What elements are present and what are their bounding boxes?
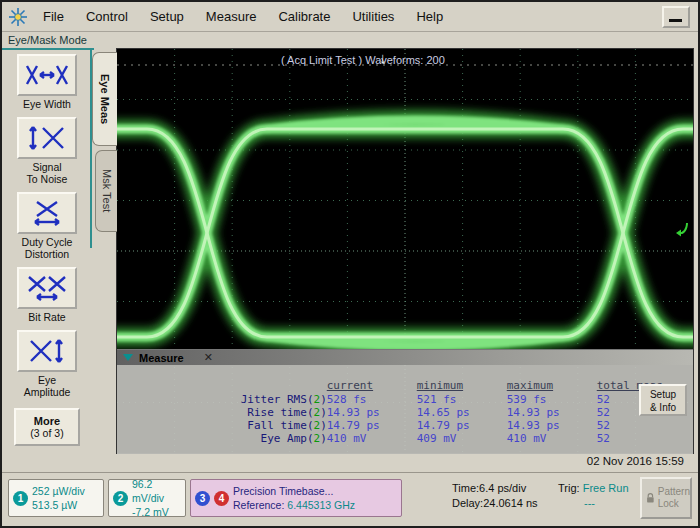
bit-rate-icon [25,275,69,301]
time-per-div: Time:6.4 ps/div [452,481,556,496]
measure-row-eye-amp: Eye Amp(2)410 mV409 mV410 mV52 [117,422,693,455]
channel-1-button[interactable]: 1 252 µW/div 513.5 µW [8,479,104,517]
sidebar: Eye Width Signal To Noise Duty Cycle Dis… [4,54,90,466]
menu-bar: File Control Setup Measure Calibrate Uti… [2,2,698,32]
menu-help[interactable]: Help [405,5,454,28]
ch1-offset: 513.5 µW [32,498,85,512]
scope-display: ( Acq Limit Test ) Waveforms: 200 ↓ Meas… [116,48,694,454]
channel-1-badge: 1 [13,491,28,506]
timebase-reference: Reference: 6.445313 GHz [233,498,355,512]
eye-amplitude-label: Eye Amplitude [24,374,71,398]
signal-to-noise-label: Signal To Noise [27,161,68,185]
trigger-block[interactable]: Trig: Free Run --- [558,481,636,512]
duty-cycle-distortion-label: Duty Cycle Distortion [22,236,73,260]
duty-cycle-distortion-icon [25,200,69,226]
green-loop-arrow-icon [674,221,690,239]
ch2-scale: 96.2 mV/div [132,477,181,505]
eye-width-label: Eye Width [23,98,71,110]
lock-icon [646,491,655,505]
menu-utilities[interactable]: Utilities [341,5,405,28]
menu-file[interactable]: File [32,5,75,28]
signal-to-noise-icon [25,125,69,151]
close-icon[interactable]: ✕ [204,351,213,364]
trig-mode: Free Run [583,482,629,494]
tab-msk-test[interactable]: Msk Test [95,150,117,232]
minimize-button[interactable] [662,6,690,28]
channel-3-badge: 3 [195,491,210,506]
pattern-lock-button[interactable]: Pattern Lock [640,477,692,519]
trig-label: Trig: [558,482,580,494]
divider [2,48,94,50]
delay-value: Delay:24.0614 ns [452,496,556,511]
timebase-scale-block[interactable]: Time:6.4 ps/div Delay:24.0614 ns [452,481,556,512]
mode-label: Eye/Mask Mode [8,34,87,46]
eye-amplitude-button[interactable] [17,330,77,372]
setup-info-button[interactable]: Setup & Info [639,384,687,416]
status-bar: 1 252 µW/div 513.5 µW 2 96.2 mV/div -7.2… [2,472,698,527]
acq-limit-status: ( Acq Limit Test ) Waveforms: 200 [281,54,445,66]
trig-value: --- [584,496,636,511]
channel-2-badge: 2 [113,491,128,506]
menu-control[interactable]: Control [75,5,139,28]
menu-calibrate[interactable]: Calibrate [267,5,341,28]
eye-width-button[interactable] [17,54,77,96]
bit-rate-label: Bit Rate [28,311,65,323]
eye-amplitude-icon [25,338,69,364]
starburst-icon [8,7,28,27]
ch2-offset: -7.2 mV [132,505,181,519]
more-page-indicator: (3 of 3) [30,427,63,439]
timebase-name: Precision Timebase... [233,484,355,498]
menu-measure[interactable]: Measure [195,5,268,28]
measure-panel-header[interactable]: Measure ✕ [117,350,693,365]
channel-4-badge: 4 [214,491,229,506]
ch1-scale: 252 µW/div [32,484,85,498]
signal-to-noise-button[interactable] [17,117,77,159]
measure-panel: Measure ✕ currentminimummaximumtotal mea… [117,349,693,454]
measure-panel-title: Measure [139,352,184,364]
triangle-down-icon[interactable] [123,354,133,361]
minimize-icon [669,19,682,22]
more-label: More [34,415,60,427]
pattern-label: Pattern [658,486,690,498]
timebase-ref-value: 6.445313 GHz [287,499,355,511]
lock-label: Lock [658,498,690,510]
datetime-display: 02 Nov 2016 15:59 [2,452,698,472]
more-button[interactable]: More (3 of 3) [14,408,80,446]
menu-setup[interactable]: Setup [139,5,195,28]
tab-eye-meas[interactable]: Eye Meas [92,52,117,146]
eye-width-icon [25,62,69,88]
channel-2-button[interactable]: 2 96.2 mV/div -7.2 mV [108,479,186,517]
precision-timebase-button[interactable]: 3 4 Precision Timebase... Reference: 6.4… [190,479,402,517]
duty-cycle-distortion-button[interactable] [17,192,77,234]
trigger-marker-icon: ↓ [379,49,387,66]
bit-rate-button[interactable] [17,267,77,309]
